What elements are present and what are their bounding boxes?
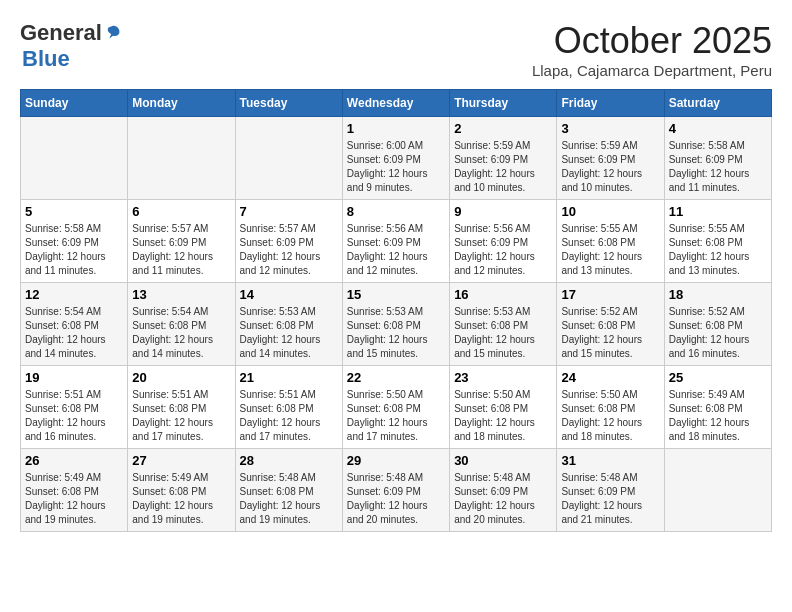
day-number: 29 <box>347 453 445 468</box>
day-number: 19 <box>25 370 123 385</box>
day-info: Sunrise: 5:52 AM Sunset: 6:08 PM Dayligh… <box>669 305 767 361</box>
calendar-cell: 10Sunrise: 5:55 AM Sunset: 6:08 PM Dayli… <box>557 200 664 283</box>
calendar-cell: 14Sunrise: 5:53 AM Sunset: 6:08 PM Dayli… <box>235 283 342 366</box>
day-number: 9 <box>454 204 552 219</box>
day-number: 21 <box>240 370 338 385</box>
calendar-week-row: 19Sunrise: 5:51 AM Sunset: 6:08 PM Dayli… <box>21 366 772 449</box>
page-header: General Blue October 2025 Llapa, Cajamar… <box>20 20 772 79</box>
day-info: Sunrise: 5:51 AM Sunset: 6:08 PM Dayligh… <box>240 388 338 444</box>
day-number: 3 <box>561 121 659 136</box>
day-number: 5 <box>25 204 123 219</box>
calendar-cell: 31Sunrise: 5:48 AM Sunset: 6:09 PM Dayli… <box>557 449 664 532</box>
day-info: Sunrise: 5:48 AM Sunset: 6:09 PM Dayligh… <box>454 471 552 527</box>
day-number: 28 <box>240 453 338 468</box>
day-number: 23 <box>454 370 552 385</box>
day-info: Sunrise: 5:58 AM Sunset: 6:09 PM Dayligh… <box>669 139 767 195</box>
day-info: Sunrise: 5:55 AM Sunset: 6:08 PM Dayligh… <box>669 222 767 278</box>
calendar-cell: 11Sunrise: 5:55 AM Sunset: 6:08 PM Dayli… <box>664 200 771 283</box>
calendar-cell: 13Sunrise: 5:54 AM Sunset: 6:08 PM Dayli… <box>128 283 235 366</box>
logo: General Blue <box>20 20 122 72</box>
day-number: 12 <box>25 287 123 302</box>
day-info: Sunrise: 5:53 AM Sunset: 6:08 PM Dayligh… <box>454 305 552 361</box>
day-info: Sunrise: 5:54 AM Sunset: 6:08 PM Dayligh… <box>132 305 230 361</box>
logo-bird-icon <box>104 24 122 42</box>
day-info: Sunrise: 5:56 AM Sunset: 6:09 PM Dayligh… <box>347 222 445 278</box>
day-number: 14 <box>240 287 338 302</box>
day-info: Sunrise: 5:50 AM Sunset: 6:08 PM Dayligh… <box>561 388 659 444</box>
calendar-cell: 26Sunrise: 5:49 AM Sunset: 6:08 PM Dayli… <box>21 449 128 532</box>
day-info: Sunrise: 5:48 AM Sunset: 6:09 PM Dayligh… <box>561 471 659 527</box>
day-info: Sunrise: 5:59 AM Sunset: 6:09 PM Dayligh… <box>454 139 552 195</box>
day-number: 4 <box>669 121 767 136</box>
calendar-header-row: SundayMondayTuesdayWednesdayThursdayFrid… <box>21 90 772 117</box>
calendar-cell: 30Sunrise: 5:48 AM Sunset: 6:09 PM Dayli… <box>450 449 557 532</box>
calendar-cell: 15Sunrise: 5:53 AM Sunset: 6:08 PM Dayli… <box>342 283 449 366</box>
calendar-cell: 5Sunrise: 5:58 AM Sunset: 6:09 PM Daylig… <box>21 200 128 283</box>
calendar-cell: 6Sunrise: 5:57 AM Sunset: 6:09 PM Daylig… <box>128 200 235 283</box>
day-number: 30 <box>454 453 552 468</box>
day-info: Sunrise: 5:53 AM Sunset: 6:08 PM Dayligh… <box>347 305 445 361</box>
day-number: 16 <box>454 287 552 302</box>
day-info: Sunrise: 5:58 AM Sunset: 6:09 PM Dayligh… <box>25 222 123 278</box>
day-number: 25 <box>669 370 767 385</box>
day-number: 2 <box>454 121 552 136</box>
calendar-cell: 23Sunrise: 5:50 AM Sunset: 6:08 PM Dayli… <box>450 366 557 449</box>
day-number: 27 <box>132 453 230 468</box>
day-number: 20 <box>132 370 230 385</box>
calendar-cell: 12Sunrise: 5:54 AM Sunset: 6:08 PM Dayli… <box>21 283 128 366</box>
header-wednesday: Wednesday <box>342 90 449 117</box>
day-info: Sunrise: 5:49 AM Sunset: 6:08 PM Dayligh… <box>669 388 767 444</box>
calendar-cell: 19Sunrise: 5:51 AM Sunset: 6:08 PM Dayli… <box>21 366 128 449</box>
calendar-cell: 29Sunrise: 5:48 AM Sunset: 6:09 PM Dayli… <box>342 449 449 532</box>
day-number: 11 <box>669 204 767 219</box>
calendar-cell: 24Sunrise: 5:50 AM Sunset: 6:08 PM Dayli… <box>557 366 664 449</box>
day-number: 18 <box>669 287 767 302</box>
day-info: Sunrise: 6:00 AM Sunset: 6:09 PM Dayligh… <box>347 139 445 195</box>
calendar-cell: 2Sunrise: 5:59 AM Sunset: 6:09 PM Daylig… <box>450 117 557 200</box>
header-tuesday: Tuesday <box>235 90 342 117</box>
header-saturday: Saturday <box>664 90 771 117</box>
day-number: 1 <box>347 121 445 136</box>
day-info: Sunrise: 5:56 AM Sunset: 6:09 PM Dayligh… <box>454 222 552 278</box>
day-number: 7 <box>240 204 338 219</box>
calendar-cell <box>128 117 235 200</box>
day-number: 31 <box>561 453 659 468</box>
day-number: 17 <box>561 287 659 302</box>
calendar-cell: 18Sunrise: 5:52 AM Sunset: 6:08 PM Dayli… <box>664 283 771 366</box>
calendar-cell: 4Sunrise: 5:58 AM Sunset: 6:09 PM Daylig… <box>664 117 771 200</box>
logo-blue-text: Blue <box>22 46 70 71</box>
calendar-week-row: 1Sunrise: 6:00 AM Sunset: 6:09 PM Daylig… <box>21 117 772 200</box>
day-info: Sunrise: 5:49 AM Sunset: 6:08 PM Dayligh… <box>132 471 230 527</box>
calendar-cell <box>21 117 128 200</box>
title-area: October 2025 Llapa, Cajamarca Department… <box>532 20 772 79</box>
day-number: 15 <box>347 287 445 302</box>
header-monday: Monday <box>128 90 235 117</box>
calendar-cell: 22Sunrise: 5:50 AM Sunset: 6:08 PM Dayli… <box>342 366 449 449</box>
month-title: October 2025 <box>532 20 772 62</box>
calendar-cell <box>664 449 771 532</box>
header-friday: Friday <box>557 90 664 117</box>
day-number: 24 <box>561 370 659 385</box>
calendar-cell: 17Sunrise: 5:52 AM Sunset: 6:08 PM Dayli… <box>557 283 664 366</box>
day-info: Sunrise: 5:57 AM Sunset: 6:09 PM Dayligh… <box>132 222 230 278</box>
day-info: Sunrise: 5:59 AM Sunset: 6:09 PM Dayligh… <box>561 139 659 195</box>
calendar-cell: 16Sunrise: 5:53 AM Sunset: 6:08 PM Dayli… <box>450 283 557 366</box>
day-info: Sunrise: 5:55 AM Sunset: 6:08 PM Dayligh… <box>561 222 659 278</box>
day-number: 13 <box>132 287 230 302</box>
calendar-table: SundayMondayTuesdayWednesdayThursdayFrid… <box>20 89 772 532</box>
calendar-week-row: 12Sunrise: 5:54 AM Sunset: 6:08 PM Dayli… <box>21 283 772 366</box>
day-number: 6 <box>132 204 230 219</box>
calendar-cell: 20Sunrise: 5:51 AM Sunset: 6:08 PM Dayli… <box>128 366 235 449</box>
header-thursday: Thursday <box>450 90 557 117</box>
calendar-cell <box>235 117 342 200</box>
day-number: 22 <box>347 370 445 385</box>
day-number: 10 <box>561 204 659 219</box>
calendar-week-row: 5Sunrise: 5:58 AM Sunset: 6:09 PM Daylig… <box>21 200 772 283</box>
day-info: Sunrise: 5:57 AM Sunset: 6:09 PM Dayligh… <box>240 222 338 278</box>
day-info: Sunrise: 5:52 AM Sunset: 6:08 PM Dayligh… <box>561 305 659 361</box>
day-info: Sunrise: 5:51 AM Sunset: 6:08 PM Dayligh… <box>132 388 230 444</box>
day-number: 26 <box>25 453 123 468</box>
calendar-cell: 3Sunrise: 5:59 AM Sunset: 6:09 PM Daylig… <box>557 117 664 200</box>
day-info: Sunrise: 5:54 AM Sunset: 6:08 PM Dayligh… <box>25 305 123 361</box>
day-info: Sunrise: 5:48 AM Sunset: 6:08 PM Dayligh… <box>240 471 338 527</box>
